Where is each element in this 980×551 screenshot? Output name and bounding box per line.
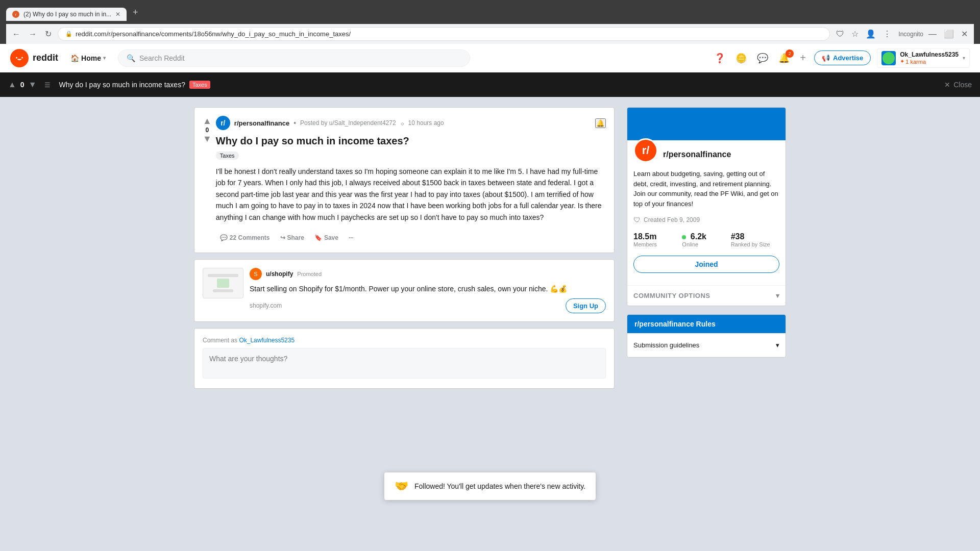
community-body: r/ r/personalfinance Learn about budgeti…: [627, 140, 786, 285]
community-description: Learn about budgeting, saving, getting o…: [633, 169, 779, 209]
share-button[interactable]: ↪ Share: [276, 231, 308, 244]
coins-button[interactable]: 🪙: [733, 51, 749, 66]
post-tag: Taxes: [189, 81, 210, 89]
close-button[interactable]: ✕ Close: [944, 81, 972, 89]
save-label: Save: [324, 234, 338, 241]
comment-input[interactable]: [203, 348, 606, 379]
members-value: 18.5m: [633, 232, 682, 241]
sidebar: r/ r/personalfinance Learn about budgeti…: [627, 107, 786, 389]
join-button[interactable]: Joined: [633, 256, 779, 273]
ad-thumbnail: [203, 268, 243, 298]
post-actions: 💬 22 Comments ↪ Share 🔖 Save ···: [216, 231, 606, 244]
comment-box: Comment as Ok_Lawfulness5235: [194, 328, 615, 389]
home-dropdown-arrow: ▾: [103, 55, 106, 61]
post-body: I'll be honest I don't really understand…: [216, 166, 606, 223]
post-icon-button[interactable]: ☰: [42, 79, 53, 91]
header-actions: ❓ 🪙 💬 🔔 2 + 📢 Advertise Ok_Lawfulness523…: [712, 48, 970, 68]
more-actions-button[interactable]: ···: [345, 231, 358, 244]
profile-button[interactable]: 👤: [864, 27, 878, 41]
advertise-button[interactable]: 📢 Advertise: [814, 51, 871, 65]
plus-button[interactable]: +: [798, 50, 808, 66]
more-icon: ···: [349, 234, 354, 241]
back-button[interactable]: ←: [10, 28, 22, 41]
post-downvote-button[interactable]: ▼: [203, 134, 212, 144]
ad-text: Start selling on Shopify for $1/month. P…: [250, 284, 606, 294]
post-title-text: Why do I pay so much in income taxes?: [59, 81, 185, 89]
downvote-button[interactable]: ▼: [29, 80, 37, 89]
community-options[interactable]: COMMUNITY OPTIONS ▾: [627, 285, 786, 306]
calendar-icon: 🛡: [633, 216, 641, 224]
chat-button[interactable]: 💬: [755, 51, 770, 66]
rules-card: r/personalfinance Rules Submission guide…: [627, 314, 786, 358]
vote-section: ▲ 0 ▼: [8, 80, 36, 89]
karma-value: 1 karma: [905, 59, 926, 65]
reddit-logo[interactable]: reddit: [10, 49, 58, 67]
minimize-button[interactable]: —: [926, 28, 939, 41]
ad-meta: S u/shopify Promoted: [250, 268, 606, 280]
post-meta: r/ r/personalfinance • Posted by u/Salt_…: [216, 116, 606, 130]
post-meta-separator: •: [293, 119, 296, 127]
help-button[interactable]: ❓: [712, 51, 727, 66]
community-name[interactable]: r/personalfinance: [663, 150, 731, 159]
community-card: r/ r/personalfinance Learn about budgeti…: [627, 107, 786, 306]
close-label: Close: [953, 81, 972, 89]
search-placeholder: Search Reddit: [139, 54, 185, 62]
notifications-button[interactable]: 🔔 2: [776, 51, 792, 66]
maximize-button[interactable]: ⬜: [942, 27, 956, 41]
comments-button[interactable]: 💬 22 Comments: [216, 231, 274, 244]
user-menu[interactable]: Ok_Lawfulness5235 ✦ 1 karma ▾: [877, 48, 970, 68]
search-bar[interactable]: 🔍 Search Reddit: [118, 49, 470, 67]
submission-guidelines-label: Submission guidelines: [633, 341, 699, 349]
rules-item[interactable]: Submission guidelines ▾: [633, 337, 779, 353]
close-window-button[interactable]: ✕: [959, 27, 970, 41]
post-subreddit[interactable]: r/personalfinance: [234, 119, 289, 127]
post-title: Why do I pay so much in income taxes?: [216, 135, 606, 147]
user-details: Ok_Lawfulness5235 ✦ 1 karma: [900, 51, 959, 65]
user-avatar: [881, 51, 896, 65]
post-time-separator: ⬦: [400, 119, 404, 127]
user-menu-arrow: ▾: [963, 55, 965, 61]
tab-close-button[interactable]: ✕: [115, 11, 120, 18]
vote-count: 0: [20, 81, 24, 89]
ad-promoted-badge: Promoted: [297, 271, 322, 277]
ad-signup-button[interactable]: Sign Up: [566, 298, 606, 313]
user-karma: ✦ 1 karma: [900, 58, 959, 65]
extension-button[interactable]: 🛡: [834, 28, 846, 41]
lock-icon: 🔒: [65, 31, 72, 37]
upvote-button[interactable]: ▲: [8, 80, 16, 89]
product-bar-1: [208, 274, 238, 277]
post-time: 10 hours ago: [408, 119, 444, 127]
comment-username-link[interactable]: Ok_Lawfulness5235: [239, 337, 295, 344]
karma-icon: ✦: [900, 58, 904, 65]
home-button[interactable]: 🏠 Home ▾: [66, 51, 110, 65]
bookmark-button[interactable]: ☆: [849, 27, 861, 41]
rules-header: r/personalfinance Rules: [627, 315, 786, 333]
online-value: 6.2k: [682, 232, 730, 241]
product-bar-2: [213, 289, 233, 292]
new-tab-button[interactable]: +: [128, 4, 143, 21]
post-content: r/ r/personalfinance • Posted by u/Salt_…: [216, 116, 606, 244]
reload-button[interactable]: ↻: [43, 27, 54, 41]
post-vote-section: ▲ 0 ▼: [203, 116, 212, 244]
active-tab[interactable]: r (2) Why do I pay so much in in... ✕: [6, 8, 127, 21]
ad-username[interactable]: u/shopify: [266, 270, 293, 278]
post-viewer-bar: ▲ 0 ▼ ☰ Why do I pay so much in income t…: [0, 72, 980, 97]
post-header: ▲ 0 ▼ r/ r/personalfinance • Posted by u…: [203, 116, 606, 244]
online-count: 6.2k: [691, 232, 706, 241]
megaphone-icon: 📢: [822, 54, 830, 62]
more-button[interactable]: ⋮: [881, 27, 893, 41]
comments-icon: 💬: [220, 234, 228, 241]
post-bell-button[interactable]: 🔔: [595, 118, 606, 128]
address-bar[interactable]: 🔒 reddit.com/r/personalfinance/comments/…: [58, 27, 830, 41]
community-stats: 18.5m Members 6.2k Online #38 Ranked by …: [633, 232, 779, 247]
forward-button[interactable]: →: [27, 28, 39, 41]
tab-title: (2) Why do I pay so much in in...: [23, 11, 111, 18]
save-button[interactable]: 🔖 Save: [310, 231, 342, 244]
post-area: ▲ 0 ▼ r/ r/personalfinance • Posted by u…: [194, 107, 615, 389]
post-upvote-button[interactable]: ▲: [203, 116, 212, 127]
online-dot: [682, 235, 686, 239]
post-flair[interactable]: Taxes: [216, 152, 239, 160]
incognito-label: Incognito: [898, 31, 923, 38]
chevron-down-icon: ▾: [776, 341, 779, 349]
community-icon: r/: [633, 138, 658, 163]
